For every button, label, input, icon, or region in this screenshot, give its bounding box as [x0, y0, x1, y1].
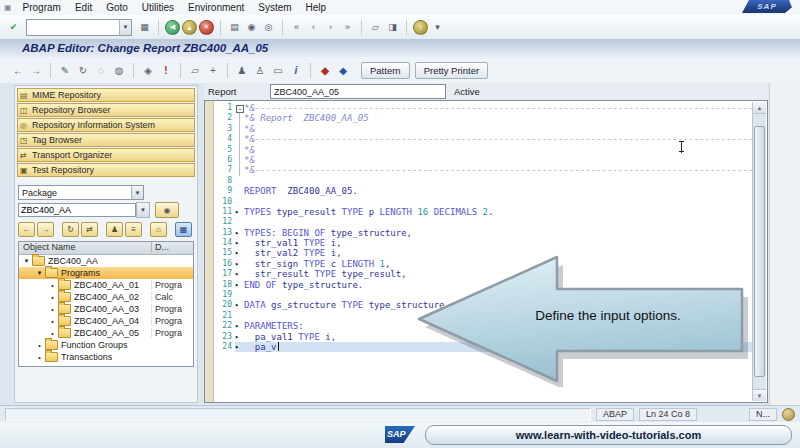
expander-icon[interactable]: ▾ — [35, 269, 44, 277]
code-line[interactable]: 13▸TYPES: BEGIN OF type_structure, — [214, 228, 753, 238]
code-line[interactable]: 17▸ str_result TYPE type_result, — [214, 269, 753, 279]
scroll-up-icon[interactable]: ▲ — [753, 102, 766, 114]
code-line[interactable]: 3*& — [214, 124, 753, 134]
code-line[interactable]: 23▸ pa_val1 TYPE i, — [214, 332, 753, 342]
code-line[interactable]: 2*& Report ZBC400_AA_05 — [214, 113, 753, 123]
code-line[interactable]: 7*&-------------------------------------… — [214, 165, 753, 175]
code-line[interactable]: 6*& — [214, 155, 753, 165]
scroll-down-icon[interactable]: ▼ — [753, 389, 766, 401]
test-icon[interactable]: ♟ — [234, 62, 250, 78]
activate-icon[interactable]: ◆ — [317, 62, 333, 78]
tree-row-zbc400-aa-02[interactable]: •ZBC400_AA_02Calc — [19, 291, 193, 303]
sidebar-item-repository-browser[interactable]: ◫Repository Browser — [17, 103, 195, 117]
code-line[interactable]: 11▸TYPES type_result TYPE p LENGTH 16 DE… — [214, 207, 753, 217]
menu-item-utilities[interactable]: Utilities — [135, 2, 181, 13]
tree-row-zbc400-aa-01[interactable]: •ZBC400_AA_01Progra — [19, 279, 193, 291]
worklist-icon[interactable]: ♟ — [106, 222, 123, 237]
layout-menu-icon[interactable]: ▾ — [430, 20, 445, 34]
fold-toggle-icon[interactable] — [235, 103, 244, 113]
code-line[interactable]: 15▸ str_val2 TYPE i, — [214, 248, 753, 258]
package-dropdown-icon[interactable]: ▼ — [136, 202, 150, 218]
save-icon[interactable]: ▦ — [137, 20, 152, 34]
menu-item-help[interactable]: Help — [299, 2, 334, 13]
exit-icon[interactable]: ▲ — [182, 20, 197, 35]
sidebar-item-repository-information-system[interactable]: ◎Repository Information System — [17, 118, 195, 132]
refresh-icon[interactable]: ↻ — [75, 62, 91, 78]
info-icon[interactable]: i — [288, 62, 304, 78]
package-input[interactable] — [18, 203, 136, 217]
page-up-icon[interactable]: ‹ — [306, 20, 321, 34]
status-indicator-icon[interactable] — [782, 408, 795, 421]
tree-row-zbc400-aa-03[interactable]: •ZBC400_AA_03Progra — [19, 303, 193, 315]
code-line[interactable]: 14▸ str_val1 TYPE i, — [214, 238, 753, 248]
command-dropdown-icon[interactable]: ▼ — [119, 20, 131, 35]
favorites-icon[interactable]: ⌂ — [150, 222, 167, 237]
forward-icon[interactable]: → — [28, 62, 44, 78]
first-page-icon[interactable]: « — [289, 20, 304, 34]
back-icon[interactable]: ← — [10, 62, 26, 78]
enter-icon[interactable]: ✔ — [6, 20, 21, 34]
code-line[interactable]: 9REPORT ZBC400_AA_05. — [214, 186, 753, 196]
print-icon[interactable]: ▤ — [227, 20, 242, 34]
code-line[interactable]: 1*&-------------------------------------… — [214, 103, 753, 113]
sidebar-item-mime-repository[interactable]: ▤MIME Repository — [17, 88, 195, 102]
tree-row-programs[interactable]: ▾Programs — [19, 267, 193, 279]
code-line[interactable]: 22▸PARAMETERS: — [214, 321, 753, 331]
command-field[interactable] — [27, 21, 119, 34]
breakpoint-gutter[interactable] — [205, 101, 214, 402]
code-line[interactable]: 21 — [214, 311, 753, 321]
debug-icon[interactable]: ♙ — [252, 62, 268, 78]
new-session-icon[interactable]: ▱ — [368, 20, 383, 34]
menu-item-system[interactable]: System — [251, 2, 298, 13]
last-page-icon[interactable]: » — [340, 20, 355, 34]
vertical-scrollbar[interactable]: ▲ ▼ — [752, 102, 766, 401]
refresh-subtree-icon[interactable]: ⇄ — [81, 222, 98, 237]
system-menu-icon[interactable]: ▣ — [4, 3, 12, 12]
inactive-version-icon[interactable]: ◍ — [111, 62, 127, 78]
transport-icon[interactable]: ◆ — [335, 62, 351, 78]
chevron-down-icon[interactable]: ▼ — [131, 186, 143, 199]
copy-icon[interactable]: ▱ — [187, 62, 203, 78]
find-icon[interactable]: ◉ — [244, 20, 259, 34]
other-object-icon[interactable]: ◌ — [93, 62, 109, 78]
tutorial-url[interactable]: www.learn-with-video-tutorials.com — [425, 425, 792, 445]
code-line[interactable]: 10 — [214, 197, 753, 207]
menu-item-environment[interactable]: Environment — [181, 2, 251, 13]
refresh-icon[interactable]: ↻ — [62, 222, 79, 237]
find-next-icon[interactable]: ◎ — [261, 20, 276, 34]
code-line[interactable]: 4*&-------------------------------------… — [214, 134, 753, 144]
sidebar-item-transport-organizer[interactable]: ⇄Transport Organizer — [17, 148, 195, 162]
cancel-icon[interactable]: ✕ — [199, 20, 214, 35]
code-line[interactable]: 24▸ pa_v — [214, 342, 753, 352]
pattern-button[interactable]: Pattern — [361, 62, 410, 79]
code-line[interactable]: 16▸ str_sign TYPE c LENGTH 1, — [214, 259, 753, 269]
expander-icon[interactable]: ▾ — [22, 257, 31, 265]
tree-row-zbc400-aa-04[interactable]: •ZBC400_AA_04Progra — [19, 315, 193, 327]
page-down-icon[interactable]: › — [323, 20, 338, 34]
menu-item-goto[interactable]: Goto — [99, 2, 135, 13]
back-icon[interactable]: ◀ — [165, 20, 180, 35]
sidebar-item-test-repository[interactable]: ▣Test Repository — [17, 163, 195, 177]
help-icon[interactable]: ? — [413, 20, 428, 35]
menu-item-program[interactable]: Program — [16, 2, 68, 13]
code-line[interactable]: 12 — [214, 217, 753, 227]
history-back-icon[interactable]: ← — [18, 222, 35, 237]
display-object-button[interactable]: ◉ — [155, 202, 179, 218]
browse-type-select[interactable]: Package ▼ — [18, 185, 144, 200]
scrollbar-thumb[interactable] — [754, 126, 765, 377]
code-line[interactable]: 20▸DATA gs_structure TYPE type_structure… — [214, 300, 753, 310]
sidebar-item-tag-browser[interactable]: ◳Tag Browser — [17, 133, 195, 147]
where-used-icon[interactable]: ◈ — [140, 62, 156, 78]
report-name-field[interactable] — [270, 84, 446, 99]
navigation-icon[interactable]: + — [205, 62, 221, 78]
screen-icon[interactable]: ▭ — [270, 62, 286, 78]
tree-row-transactions[interactable]: •Transactions — [19, 351, 193, 363]
code-line[interactable]: 19 — [214, 290, 753, 300]
pretty-printer-button[interactable]: Pretty Printer — [415, 62, 488, 79]
syntax-check-icon[interactable]: ! — [158, 62, 174, 78]
object-list-icon[interactable]: ≡ — [125, 222, 142, 237]
history-forward-icon[interactable]: → — [37, 222, 54, 237]
display-change-icon[interactable]: ✎ — [57, 62, 73, 78]
menu-item-edit[interactable]: Edit — [68, 2, 99, 13]
create-shortcut-icon[interactable]: ◨ — [385, 20, 400, 34]
